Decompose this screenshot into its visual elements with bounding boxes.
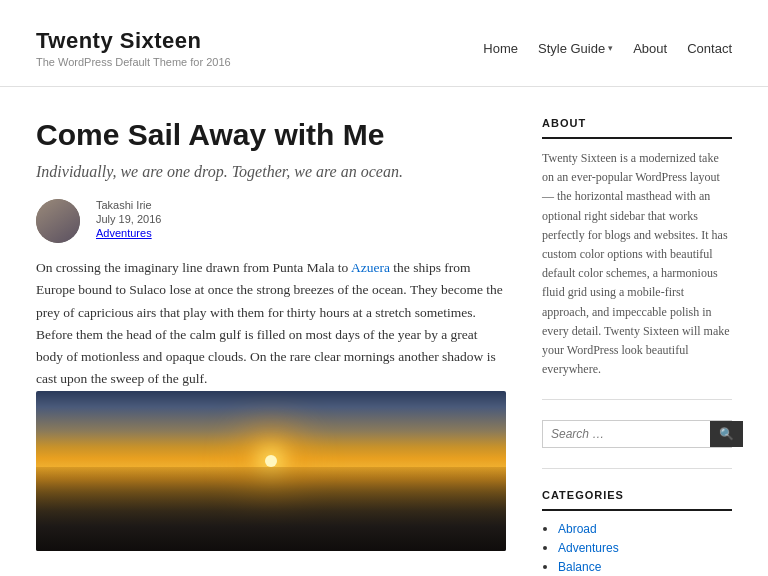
nav-item-contact[interactable]: Contact [687,41,732,56]
sidebar: ABOUT Twenty Sixteen is a modernized tak… [542,117,732,576]
site-title[interactable]: Twenty Sixteen [36,28,231,54]
chevron-down-icon: ▾ [608,43,613,53]
avatar [36,199,80,243]
category-link[interactable]: Adventures [96,227,152,239]
meta-date: July 19, 2016 [96,213,506,225]
article-link[interactable]: Azuera [351,260,390,275]
search-button[interactable]: 🔍 [710,421,743,447]
category-balance[interactable]: Balance [558,560,601,574]
category-adventures[interactable]: Adventures [558,541,619,555]
content-area: Come Sail Away with Me Individually, we … [0,87,768,576]
category-abroad[interactable]: Abroad [558,522,597,536]
avatar-image [36,199,80,243]
sidebar-categories-section: CATEGORIES Abroad Adventures Balance Bay… [542,489,732,576]
meta-category[interactable]: Adventures [96,227,506,239]
sidebar-search-section: 🔍 [542,420,732,469]
article-text: On crossing the imaginary line drawn fro… [36,257,506,391]
meta-author: Takashi Irie [96,199,506,211]
article: Come Sail Away with Me Individually, we … [36,117,506,551]
sidebar-about-text: Twenty Sixteen is a modernized take on a… [542,149,732,379]
article-subtitle: Individually, we are one drop. Together,… [36,163,506,181]
main-content: Come Sail Away with Me Individually, we … [36,117,542,576]
sun-graphic [265,455,277,467]
list-item: Adventures [558,540,732,556]
main-nav: Home Style Guide ▾ About Contact [483,41,732,56]
nav-item-style-guide[interactable]: Style Guide ▾ [538,41,613,56]
nav-item-about[interactable]: About [633,41,667,56]
article-meta: Takashi Irie July 19, 2016 Adventures [96,199,506,239]
nav-item-home[interactable]: Home [483,41,518,56]
list-item: Abroad [558,521,732,537]
page-wrapper: Twenty Sixteen The WordPress Default The… [0,0,768,576]
water-overlay [36,467,506,550]
site-header: Twenty Sixteen The WordPress Default The… [0,0,768,87]
list-item: Balance [558,559,732,575]
sidebar-about-heading: ABOUT [542,117,732,139]
site-branding: Twenty Sixteen The WordPress Default The… [36,28,231,68]
article-title: Come Sail Away with Me [36,117,506,153]
article-image [36,391,506,551]
search-input[interactable] [543,421,710,447]
search-form[interactable]: 🔍 [542,420,732,448]
categories-list: Abroad Adventures Balance Bay Boats Book… [542,521,732,576]
article-meta-row: Takashi Irie July 19, 2016 Adventures [36,199,506,243]
sidebar-about-section: ABOUT Twenty Sixteen is a modernized tak… [542,117,732,400]
site-description: The WordPress Default Theme for 2016 [36,56,231,68]
sidebar-categories-heading: CATEGORIES [542,489,732,511]
